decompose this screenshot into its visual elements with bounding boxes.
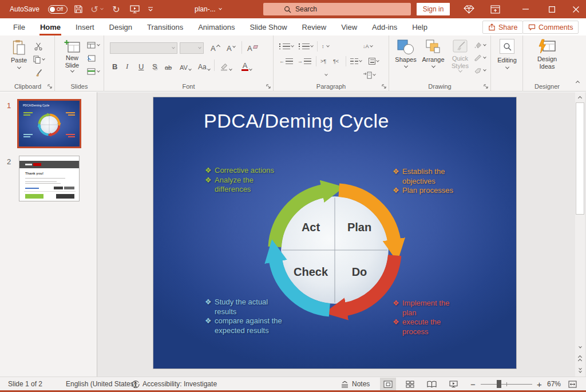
start-slideshow-button[interactable]: [127, 0, 142, 18]
scroll-up-button[interactable]: [575, 93, 585, 102]
zoom-in-button[interactable]: +: [537, 377, 542, 391]
comments-button[interactable]: Comments: [522, 21, 579, 34]
shapes-button[interactable]: Shapes: [393, 39, 419, 68]
arrange-button[interactable]: Arrange: [419, 39, 448, 68]
share-button[interactable]: Share: [482, 21, 523, 34]
paste-button[interactable]: Paste: [7, 39, 31, 69]
cut-button[interactable]: [34, 42, 42, 50]
scroll-down-button[interactable]: [575, 343, 585, 352]
normal-view-button[interactable]: [380, 378, 396, 390]
fit-slide-button[interactable]: [568, 377, 577, 391]
pdca-cycle-diagram[interactable]: Act Plan Check Do: [249, 164, 421, 336]
columns-button[interactable]: [350, 56, 362, 66]
strikethrough-button[interactable]: ab: [165, 60, 172, 71]
clear-formatting-button[interactable]: A: [247, 41, 258, 53]
redo-button[interactable]: ↻: [109, 0, 124, 18]
editing-button[interactable]: Editing: [496, 39, 518, 69]
font-dialog-launcher[interactable]: [266, 84, 271, 89]
slide-indicator[interactable]: Slide 1 of 2: [8, 377, 42, 391]
font-size-combo[interactable]: [180, 42, 204, 54]
slide-2-thumbnail[interactable]: Thank you!: [19, 156, 80, 201]
zoom-out-button[interactable]: −: [470, 377, 476, 391]
tab-file[interactable]: File: [6, 18, 33, 35]
ribbon-display-options-button[interactable]: [488, 0, 502, 18]
tab-add-ins[interactable]: Add-ins: [365, 18, 405, 35]
text-direction-button[interactable]: ↓A: [363, 41, 373, 52]
coming-soon-button[interactable]: [461, 0, 476, 18]
slide-1-thumbnail[interactable]: PDCA/Deming Cycle: [17, 99, 81, 148]
line-spacing-button[interactable]: ↕: [322, 41, 329, 52]
collapse-ribbon-button[interactable]: [576, 76, 579, 86]
font-color-button[interactable]: A: [241, 60, 252, 71]
format-painter-button[interactable]: [34, 69, 42, 77]
right-to-left-button[interactable]: ¶<: [333, 56, 339, 66]
slide-layout-button[interactable]: [87, 42, 100, 49]
justify-button[interactable]: [324, 70, 327, 80]
tab-review[interactable]: Review: [295, 18, 334, 35]
next-slide-button[interactable]: [575, 366, 585, 375]
section-button[interactable]: [87, 68, 100, 75]
numbering-button[interactable]: [299, 41, 313, 52]
slideshow-view-button[interactable]: [445, 378, 461, 390]
minimize-button[interactable]: [514, 0, 537, 18]
zoom-slider[interactable]: [481, 377, 532, 391]
save-button[interactable]: [71, 0, 86, 18]
customize-qat-button[interactable]: [143, 0, 158, 18]
font-name-combo[interactable]: [110, 42, 177, 54]
shape-outline-button[interactable]: [474, 54, 486, 61]
tab-insert[interactable]: Insert: [68, 18, 102, 35]
shape-fill-button[interactable]: [474, 42, 486, 49]
zoom-slider-thumb[interactable]: [497, 380, 501, 388]
slide-sorter-view-button[interactable]: [402, 378, 418, 390]
notes-button[interactable]: Notes: [340, 377, 370, 391]
text-highlight-button[interactable]: [220, 60, 232, 71]
reading-view-button[interactable]: [423, 378, 440, 390]
drawing-dialog-launcher[interactable]: [483, 84, 489, 89]
design-ideas-button[interactable]: Design Ideas: [530, 39, 564, 70]
tab-transitions[interactable]: Transitions: [140, 18, 191, 35]
change-case-button[interactable]: Aa: [198, 60, 210, 71]
shape-fill-icon: [474, 42, 482, 49]
convert-to-smartart-button[interactable]: [363, 70, 375, 80]
tab-home[interactable]: Home: [33, 18, 68, 35]
tab-view[interactable]: View: [334, 18, 365, 35]
sign-in-button[interactable]: Sign in: [417, 3, 450, 15]
clipboard-dialog-launcher[interactable]: [47, 84, 53, 89]
italic-button[interactable]: I: [126, 60, 128, 71]
quick-styles-button[interactable]: Quick Styles: [448, 39, 473, 73]
left-to-right-button[interactable]: >¶: [320, 56, 326, 66]
text-shadow-button[interactable]: S: [152, 60, 157, 71]
previous-slide-button[interactable]: [575, 354, 585, 363]
undo-button[interactable]: ↺: [87, 0, 102, 18]
new-slide-button[interactable]: New Slide: [58, 39, 86, 73]
tab-design[interactable]: Design: [102, 18, 140, 35]
increase-font-size-button[interactable]: A: [211, 41, 220, 53]
accessibility-status[interactable]: Accessibility: Investigate: [132, 377, 217, 391]
increase-indent-button[interactable]: →: [298, 56, 311, 66]
document-title[interactable]: plan-...: [195, 0, 221, 18]
underline-button[interactable]: U: [138, 60, 144, 71]
zoom-level[interactable]: 67%: [547, 377, 561, 391]
undo-dropdown[interactable]: [101, 0, 103, 18]
reset-slide-button[interactable]: [87, 55, 96, 62]
maximize-button[interactable]: [540, 0, 563, 18]
paragraph-dialog-launcher[interactable]: [381, 84, 387, 89]
tab-help[interactable]: Help: [405, 18, 435, 35]
scrollbar-thumb[interactable]: [576, 102, 584, 215]
slide-title[interactable]: PDCA/Deming Cycle: [204, 110, 389, 132]
bullets-button[interactable]: [279, 41, 294, 52]
decrease-indent-button[interactable]: ←: [279, 56, 293, 66]
copy-button[interactable]: [33, 56, 45, 64]
align-text-button[interactable]: [369, 56, 379, 66]
decrease-font-size-button[interactable]: A: [227, 41, 235, 53]
close-button[interactable]: [565, 0, 586, 18]
slide-canvas[interactable]: PDCA/Deming Cycle ❖Corrective actions ❖A…: [153, 97, 516, 369]
tab-slide-show[interactable]: Slide Show: [242, 18, 294, 35]
character-spacing-button[interactable]: AV: [180, 60, 191, 71]
shape-effects-button[interactable]: [474, 67, 486, 74]
tab-animations[interactable]: Animations: [191, 18, 242, 35]
bold-button[interactable]: B: [112, 60, 117, 71]
autosave-toggle[interactable]: Off: [48, 0, 68, 18]
search-input[interactable]: Search: [263, 3, 411, 15]
language-indicator[interactable]: English (United States): [66, 377, 136, 391]
